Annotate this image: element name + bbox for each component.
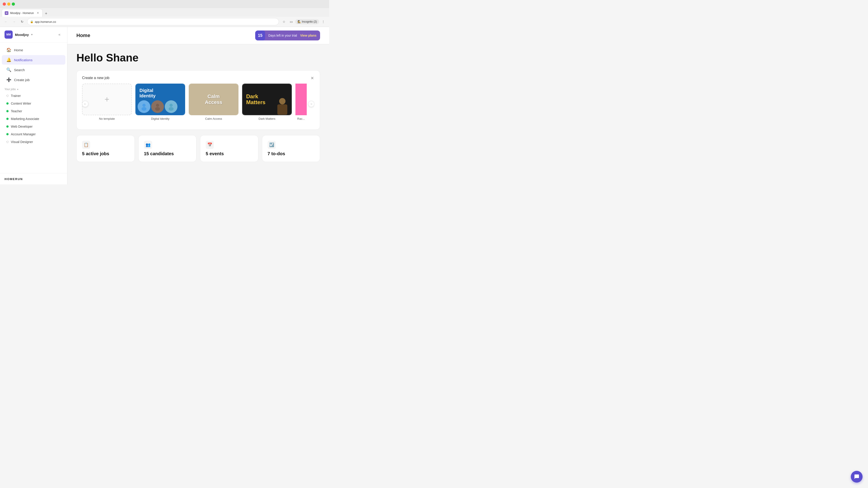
sidebar: MM Moodjoy ▾ « 🏠 Home 🔔 Notifications 🔍 … (0, 27, 67, 184)
job-dot-trainer (6, 95, 8, 97)
job-dot-account-manager (6, 133, 8, 135)
url-text: app.homerun.co (35, 20, 56, 24)
events-icon: 📅 (206, 141, 214, 149)
template-label-race: Rac... (297, 117, 305, 121)
home-icon: 🏠 (6, 47, 11, 53)
template-dark-matters[interactable]: DarkMatters Dark Matters (242, 84, 292, 121)
tab-title: Moodjoy · Homerun (10, 11, 34, 15)
lock-icon: 🔒 (30, 20, 33, 23)
window-minimize-button[interactable] (7, 2, 10, 6)
window-controls (3, 2, 15, 6)
trial-banner: 15 Days left in your trial View plans (255, 31, 320, 40)
template-race[interactable]: Rac... (296, 84, 307, 121)
job-label-visual-designer: Visual Designer (11, 140, 33, 144)
window-maximize-button[interactable] (12, 2, 15, 6)
job-label-content-writer: Content Writer (11, 102, 31, 105)
reload-button[interactable]: ↻ (19, 19, 25, 25)
page-title: Home (76, 33, 90, 38)
brand-button[interactable]: MM Moodjoy ▾ (4, 31, 33, 39)
address-bar[interactable]: 🔒 app.homerun.co (27, 18, 279, 25)
trial-text: Days left in your trial (265, 34, 300, 37)
sidebar-item-notifications-label: Notifications (14, 58, 33, 62)
svg-point-6 (279, 98, 285, 104)
template-card-calm-access: CalmAccess (189, 84, 239, 115)
tab-bar: M Moodjoy · Homerun ✕ + (0, 8, 329, 17)
view-plans-link[interactable]: View plans (300, 34, 320, 37)
active-jobs-icon: 📋 (82, 141, 90, 149)
tab-close-button[interactable]: ✕ (36, 11, 39, 15)
candidates-icon: 👥 (144, 141, 152, 149)
jobs-section-header: Your jobs ▾ (0, 85, 67, 92)
incognito-badge[interactable]: 🕵 Incognito (2) (295, 19, 319, 24)
job-dot-content-writer (6, 102, 8, 105)
nav-bar: ← → ↻ 🔒 app.homerun.co ☆ ▭ 🕵 Incognito (… (0, 17, 329, 27)
active-tab[interactable]: M Moodjoy · Homerun ✕ (2, 9, 42, 17)
job-item-visual-designer[interactable]: Visual Designer (2, 138, 65, 145)
create-job-card: Create a new job ✕ + No template (76, 70, 320, 130)
template-calm-access[interactable]: CalmAccess Calm Access (189, 84, 239, 121)
create-job-close-button[interactable]: ✕ (309, 75, 315, 81)
sidebar-item-home[interactable]: 🏠 Home (2, 45, 65, 55)
template-card-race (296, 84, 307, 115)
digital-identity-preview: DigitalIdentity (136, 84, 185, 115)
stat-card-candidates[interactable]: 👥 15 candidates (138, 135, 197, 162)
template-digital-identity[interactable]: DigitalIdentity (135, 84, 185, 121)
job-item-trainer[interactable]: Trainer (2, 92, 65, 99)
sidebar-nav: 🏠 Home 🔔 Notifications 🔍 Search ➕ Create… (0, 42, 67, 173)
brand-avatar: MM (4, 31, 13, 39)
job-item-teacher[interactable]: Teacher (2, 107, 65, 115)
job-item-marketing-associate[interactable]: Marketing Associate (2, 115, 65, 123)
sidebar-collapse-button[interactable]: « (56, 31, 63, 38)
sidebar-toggle-button[interactable]: ▭ (288, 19, 294, 25)
dark-matters-preview: DarkMatters (243, 84, 291, 115)
stat-value-candidates: 15 candidates (144, 151, 191, 156)
svg-rect-7 (277, 104, 287, 115)
sidebar-item-create-job-label: Create job (14, 78, 30, 82)
job-item-content-writer[interactable]: Content Writer (2, 100, 65, 107)
homerun-logo: HOMERUN (4, 177, 23, 181)
forward-button[interactable]: → (11, 19, 17, 25)
jobs-section-chevron-icon: ▾ (17, 88, 18, 91)
di-title: DigitalIdentity (140, 88, 156, 98)
more-button[interactable]: ⋮ (320, 19, 327, 25)
tab-favicon: M (5, 11, 8, 15)
stat-card-active-jobs[interactable]: 📋 5 active jobs (76, 135, 135, 162)
search-icon: 🔍 (6, 67, 11, 72)
template-card-digital-identity: DigitalIdentity (135, 84, 185, 115)
greeting-heading: Hello Shane (76, 52, 320, 64)
incognito-icon: 🕵 (298, 20, 301, 23)
template-plus-icon: + (104, 95, 109, 104)
sidebar-item-search[interactable]: 🔍 Search (2, 65, 65, 74)
sidebar-item-create-job[interactable]: ➕ Create job (2, 75, 65, 85)
sidebar-item-search-label: Search (14, 68, 25, 72)
main-content: Home 15 Days left in your trial View pla… (67, 27, 329, 184)
stat-card-todos[interactable]: ☑️ 7 to-dos (262, 135, 320, 162)
back-button[interactable]: ← (3, 19, 9, 25)
sidebar-footer: HOMERUN (0, 173, 67, 184)
svg-point-0 (143, 104, 146, 107)
window-close-button[interactable] (3, 2, 6, 6)
jobs-section-label: Your jobs (4, 88, 16, 91)
templates-scroll-right-button[interactable]: → (308, 101, 314, 107)
template-no-template[interactable]: + No template (82, 84, 132, 121)
calm-access-preview: CalmAccess (189, 84, 238, 115)
brand-name: Moodjoy (15, 33, 29, 37)
new-tab-button[interactable]: + (43, 10, 49, 17)
stat-value-todos: 7 to-dos (268, 151, 315, 156)
job-item-account-manager[interactable]: Account Manager (2, 131, 65, 138)
stat-card-events[interactable]: 📅 5 events (200, 135, 258, 162)
template-label-no-template: No template (99, 117, 115, 121)
browser-titlebar (0, 0, 329, 8)
svg-point-4 (169, 104, 173, 107)
sidebar-item-notifications[interactable]: 🔔 Notifications (2, 55, 65, 65)
stat-icon-row-todos: ☑️ (268, 141, 315, 149)
templates-container: + No template DigitalIdentity (82, 84, 314, 124)
race-preview (296, 84, 307, 115)
job-label-trainer: Trainer (11, 94, 21, 98)
job-item-web-developer[interactable]: Web Developer (2, 123, 65, 130)
templates-scroll-left-button[interactable]: ← (82, 101, 88, 107)
bookmark-button[interactable]: ☆ (281, 19, 287, 25)
notifications-icon: 🔔 (6, 57, 11, 62)
job-label-account-manager: Account Manager (11, 132, 36, 136)
template-card-no-template: + (82, 84, 132, 115)
